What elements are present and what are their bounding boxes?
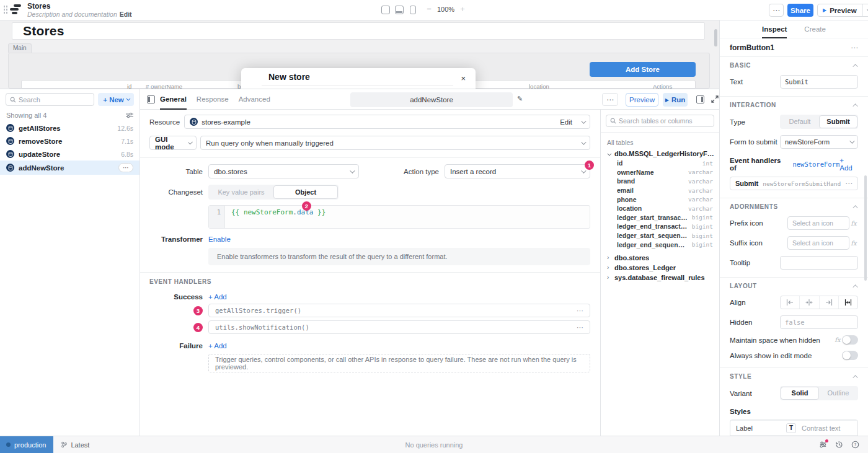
tab-main[interactable]: Main (8, 43, 32, 53)
drag-handle-icon[interactable] (3, 5, 8, 15)
type-option[interactable]: Default (781, 115, 819, 128)
schema-column-row[interactable]: id int (601, 159, 719, 168)
schema-search-input[interactable]: Search tables or columns (606, 115, 714, 127)
desktop-view-icon[interactable] (381, 6, 390, 14)
add-store-button[interactable]: Add Store (590, 62, 696, 77)
prefix-icon-input[interactable]: Select an icon (787, 216, 849, 230)
fx-icon[interactable]: fx (833, 336, 842, 343)
event-handler-row[interactable]: 3 getAllStores.trigger() ⋯ (208, 304, 590, 317)
inspector-tab[interactable]: Inspect (762, 20, 787, 38)
help-icon[interactable]: ? (851, 441, 859, 449)
collapse-section-icon[interactable] (852, 375, 857, 380)
inspector-tab[interactable]: Create (804, 20, 826, 38)
query-run-button[interactable]: ▶ Run (663, 93, 688, 107)
inspector-scrollbar[interactable] (864, 175, 867, 281)
split-view-icon[interactable] (395, 6, 404, 14)
rename-query-icon[interactable]: ✎ (517, 95, 523, 103)
suffix-icon-input[interactable]: Select an icon (787, 236, 849, 250)
query-list-item[interactable]: removeStore 7.1s (0, 134, 140, 147)
style-row[interactable]: Label T Contrast text (730, 420, 857, 435)
schema-table-collapsed[interactable]: › dbo.stores_Ledger (601, 263, 719, 273)
handler-more-icon[interactable]: ⋯ (577, 323, 583, 332)
collapse-section-icon[interactable] (852, 64, 857, 69)
zoom-in-button[interactable]: + (459, 4, 466, 14)
schema-column-row[interactable]: ledger_start_sequence_... bigint (601, 231, 719, 240)
query-editor-tab[interactable]: Advanced (239, 89, 270, 110)
table-select[interactable]: dbo.stores (208, 164, 359, 178)
typography-icon[interactable]: T (786, 423, 796, 433)
modal-close-icon[interactable]: × (461, 74, 466, 83)
transformer-enable-link[interactable]: Enable (208, 235, 231, 243)
align-stretch-icon[interactable] (839, 296, 857, 309)
event-handler-row[interactable]: 4 utils.showNotification() ⋯ (208, 320, 590, 334)
query-more-button[interactable]: ⋯ (118, 163, 133, 172)
collapse-section-icon[interactable] (852, 103, 857, 108)
app-more-button[interactable]: ⋯ (769, 4, 784, 17)
schema-column-row[interactable]: phone varchar (601, 195, 719, 204)
handler-more-icon[interactable]: ⋯ (845, 179, 852, 188)
query-editor-tab[interactable]: Response (197, 89, 229, 110)
share-button[interactable]: Share (787, 4, 813, 17)
schema-table-expanded[interactable]: dbo.MSSQL_LedgerHistoryFor_15255... (601, 149, 719, 159)
action-type-select[interactable]: Insert a record 1 (445, 164, 590, 178)
text-input[interactable]: Submit (780, 75, 858, 89)
schema-column-row[interactable]: ledger_end_sequence_... bigint (601, 240, 719, 249)
filter-icon[interactable] (126, 112, 133, 118)
schema-column-row[interactable]: location varchar (601, 204, 719, 213)
schema-column-row[interactable]: ledger_end_transaction... bigint (601, 222, 719, 231)
align-right-icon[interactable] (820, 296, 839, 309)
app-preview-button[interactable]: ▶ Preview (817, 4, 868, 17)
resource-edit-button[interactable]: Edit (560, 118, 572, 126)
align-left-icon[interactable] (781, 296, 800, 309)
always-show-toggle[interactable] (842, 351, 858, 360)
toggle-right-panel-icon[interactable] (696, 95, 704, 103)
fx-icon[interactable]: fx (849, 220, 858, 227)
resource-select[interactable]: stores-example Edit (184, 115, 590, 129)
form-to-submit-select[interactable]: newStoreForm (780, 135, 858, 149)
handler-more-icon[interactable]: ⋯ (577, 307, 583, 315)
expand-icon[interactable] (711, 95, 719, 103)
query-list-item[interactable]: updateStore 6.8s (0, 147, 140, 161)
add-handler-link[interactable]: + Add (839, 157, 858, 172)
changeset-option[interactable]: Object (273, 185, 338, 199)
submit-handler-row[interactable]: Submit newStoreFormSubmitHandle... ⋯ (730, 177, 858, 190)
query-title[interactable]: addNewStore (350, 92, 513, 107)
variant-option[interactable]: Solid (781, 387, 819, 400)
canvas-scrollbar[interactable] (714, 29, 717, 46)
changeset-code-editor[interactable]: 1 {{ newStoreForm.data }} 2 (208, 205, 590, 229)
query-editor-tab[interactable]: General (160, 89, 187, 110)
add-success-handler-link[interactable]: + Add (208, 293, 227, 301)
schema-column-row[interactable]: ownerName varchar (601, 168, 719, 177)
app-logo-icon[interactable] (10, 4, 21, 15)
query-search-input[interactable]: Search (6, 93, 94, 106)
fx-icon[interactable]: fx (849, 240, 858, 247)
changeset-option[interactable]: Key value pairs (209, 185, 273, 199)
add-failure-handler-link[interactable]: + Add (208, 342, 227, 350)
query-preview-button[interactable]: Preview (626, 93, 658, 107)
new-query-button[interactable]: + New (98, 93, 134, 106)
hidden-input[interactable]: false (780, 315, 858, 329)
query-list-item[interactable]: addNewStore ⋯ (0, 161, 140, 175)
schema-table-collapsed[interactable]: › sys.database_firewall_rules (601, 273, 719, 283)
zoom-out-button[interactable]: − (425, 4, 433, 14)
type-option[interactable]: Submit (819, 115, 857, 128)
history-icon[interactable] (835, 441, 843, 449)
maintain-space-toggle[interactable] (842, 335, 858, 345)
schema-column-row[interactable]: email varchar (601, 186, 719, 195)
mobile-view-icon[interactable] (410, 6, 416, 14)
query-list-item[interactable]: getAllStores 12.6s (0, 121, 140, 134)
variant-option[interactable]: Outline (819, 387, 857, 400)
query-more-options-button[interactable]: ⋯ (602, 93, 618, 106)
collapse-section-icon[interactable] (852, 284, 857, 289)
event-handlers-target-link[interactable]: newStoreForm (792, 161, 839, 168)
run-trigger-select[interactable]: Run query only when manually triggered (200, 136, 590, 150)
component-more-icon[interactable]: ⋯ (851, 43, 858, 52)
collapse-section-icon[interactable] (852, 205, 857, 210)
debug-tools-icon[interactable] (819, 441, 827, 449)
align-center-icon[interactable] (800, 296, 819, 309)
collapse-panel-icon[interactable] (147, 95, 155, 103)
tooltip-input[interactable] (780, 256, 858, 270)
query-mode-select[interactable]: GUI mode (149, 136, 197, 150)
schema-table-collapsed[interactable]: › dbo.stores (601, 253, 719, 263)
edit-description-link[interactable]: Edit (120, 11, 132, 18)
